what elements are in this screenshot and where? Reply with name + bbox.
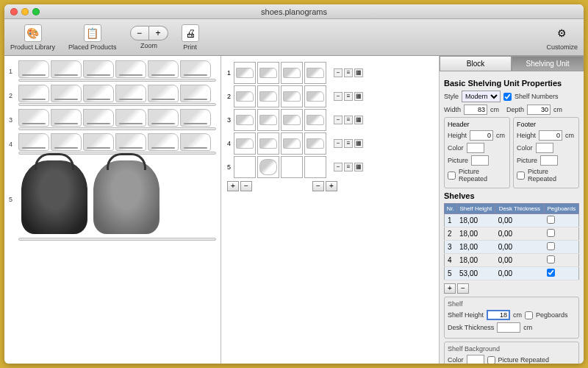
grid-cell[interactable] (304, 156, 326, 178)
table-row[interactable]: 553,000,00 (445, 267, 579, 280)
grid-cell[interactable] (257, 156, 279, 178)
grid-cell[interactable] (281, 109, 303, 131)
product-grid: −≡▦ −≡▦ −≡▦ −≡▦ −≡▦ (234, 62, 363, 178)
minimize-icon[interactable] (21, 8, 29, 15)
grid-cell[interactable] (234, 85, 256, 107)
grid-cell[interactable] (234, 156, 256, 178)
shelf-height-field[interactable] (487, 310, 510, 320)
library-icon: 🎨 (24, 24, 42, 42)
pegboard-checkbox[interactable] (547, 216, 555, 224)
grid-cell[interactable] (304, 109, 326, 131)
window-controls (10, 8, 40, 15)
row-align-icon[interactable]: ≡ (344, 92, 353, 101)
tab-shelving-unit[interactable]: Shelving Unit (512, 56, 584, 71)
bg-repeat-checkbox[interactable] (487, 356, 495, 364)
zoom-out-button[interactable]: − (130, 26, 149, 40)
grid-cell[interactable] (234, 109, 256, 131)
toolbar: 🎨 Product Library 📋 Placed Products − + … (4, 19, 584, 56)
row-minus-button[interactable]: − (334, 139, 343, 148)
row-minus-button[interactable]: − (334, 116, 343, 124)
shelf-pegboards-checkbox[interactable] (525, 311, 533, 319)
shelf-row[interactable]: 4 (9, 133, 216, 155)
table-row[interactable]: 118,000,00 (445, 214, 579, 227)
grid-cell[interactable] (281, 62, 303, 84)
grid-cell[interactable] (257, 109, 279, 131)
row-align-icon[interactable]: ≡ (344, 163, 353, 171)
footer-repeat-checkbox[interactable] (517, 171, 525, 180)
footer-height-field[interactable] (539, 130, 562, 141)
pegboard-checkbox[interactable] (547, 255, 555, 263)
shelf-numbers-checkbox[interactable] (503, 93, 512, 101)
row-minus-button[interactable]: − (334, 92, 343, 101)
grid-cell[interactable] (304, 62, 326, 84)
grid-remove-row-button[interactable]: − (240, 181, 252, 191)
product-library-button[interactable]: 🎨 Product Library (10, 24, 55, 51)
table-row[interactable]: 418,000,00 (445, 254, 579, 267)
grid-cell[interactable] (257, 85, 279, 107)
row-menu-icon[interactable]: ▦ (354, 92, 363, 101)
grid-remove-col-button[interactable]: − (312, 181, 324, 191)
section-title: Basic Shelving Unit Properties (444, 79, 579, 88)
backpack-product[interactable] (93, 160, 159, 234)
bg-color-swatch[interactable] (467, 355, 484, 364)
properties-pane: Block Shelving Unit Basic Shelving Unit … (440, 56, 584, 364)
header-color-swatch[interactable] (467, 143, 484, 153)
grid-cell[interactable] (304, 132, 326, 155)
header-repeat-checkbox[interactable] (448, 171, 456, 180)
row-minus-button[interactable]: − (334, 68, 343, 77)
grid-cell[interactable] (281, 85, 303, 107)
shelf-add-button[interactable]: + (444, 283, 456, 294)
table-row[interactable]: 218,000,00 (445, 227, 579, 241)
grid-add-row-button[interactable]: + (227, 181, 239, 191)
grid-add-col-button[interactable]: + (326, 181, 337, 191)
row-menu-icon[interactable]: ▦ (354, 68, 363, 77)
content-area: 1 2 3 4 (4, 56, 584, 364)
list-icon: 📋 (84, 24, 101, 42)
footer-picture-well[interactable] (540, 155, 558, 166)
shelf-row[interactable]: 3 (9, 109, 216, 130)
backpack-product[interactable] (21, 160, 87, 234)
header-picture-well[interactable] (471, 155, 489, 166)
row-align-icon[interactable]: ≡ (344, 68, 353, 77)
grid-cell[interactable] (257, 132, 279, 155)
print-button[interactable]: 🖨 Print (182, 24, 199, 51)
close-icon[interactable] (10, 8, 18, 15)
row-align-icon[interactable]: ≡ (344, 116, 353, 124)
grid-pane: 1 2 3 4 5 −≡▦ −≡▦ −≡▦ −≡▦ −≡▦ +− −+ (221, 56, 440, 364)
pegboard-checkbox[interactable] (547, 269, 555, 277)
header-height-field[interactable] (470, 130, 493, 141)
row-minus-button[interactable]: − (334, 163, 343, 171)
style-select[interactable]: Modern (462, 91, 501, 102)
shelf-row[interactable]: 2 (9, 85, 216, 106)
table-row[interactable]: 318,000,00 (445, 241, 579, 254)
footer-color-swatch[interactable] (536, 143, 553, 153)
grid-cell[interactable] (234, 132, 256, 155)
customize-button[interactable]: ⚙ Customize (546, 24, 578, 51)
placed-products-button[interactable]: 📋 Placed Products (68, 24, 117, 51)
row-menu-icon[interactable]: ▦ (354, 116, 363, 124)
desk-thickness-field[interactable] (497, 322, 520, 333)
shelf-remove-button[interactable]: − (457, 283, 469, 294)
shelf-row[interactable]: 1 (9, 60, 216, 82)
shelf-row[interactable]: 5 (9, 158, 216, 241)
pegboard-checkbox[interactable] (547, 242, 555, 250)
row-menu-icon[interactable]: ▦ (354, 139, 363, 148)
titlebar: shoes.planograms (4, 4, 584, 19)
tab-block[interactable]: Block (440, 56, 512, 71)
grid-cell[interactable] (281, 132, 303, 155)
grid-cell[interactable] (234, 62, 256, 84)
section-title: Shelves (444, 191, 579, 200)
grid-cell[interactable] (281, 156, 303, 178)
grid-cell[interactable] (304, 85, 326, 107)
app-window: shoes.planograms 🎨 Product Library 📋 Pla… (4, 4, 584, 364)
row-align-icon[interactable]: ≡ (344, 139, 353, 148)
width-field[interactable] (464, 105, 487, 115)
shelf-preview-pane: 1 2 3 4 (4, 56, 221, 364)
depth-field[interactable] (527, 105, 551, 115)
row-menu-icon[interactable]: ▦ (354, 163, 363, 171)
grid-cell[interactable] (257, 62, 279, 84)
pegboard-checkbox[interactable] (547, 229, 555, 237)
zoom-in-button[interactable]: + (149, 26, 168, 40)
zoom-icon[interactable] (32, 8, 40, 15)
shelves-table: Nr.Shelf HeightDesk ThicknessPegboards 1… (444, 203, 579, 280)
